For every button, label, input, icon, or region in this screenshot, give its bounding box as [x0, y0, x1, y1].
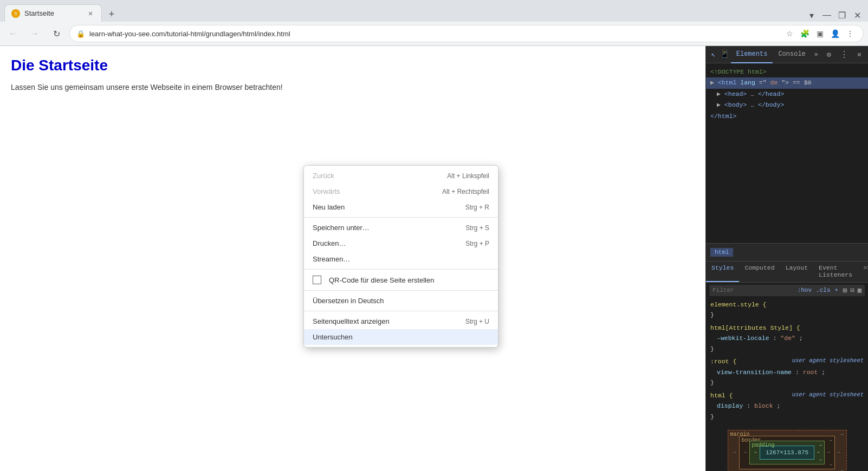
- context-menu-item-vorwarts[interactable]: Vorwärts Alt + Rechtspfeil: [304, 184, 498, 199]
- context-menu-item-qr-code[interactable]: QR-Code für diese Seite erstellen: [304, 272, 498, 288]
- border-dash-right: –: [827, 449, 830, 455]
- dom-line-html-close: </html>: [706, 111, 868, 122]
- bookmark-icon[interactable]: ☆: [783, 27, 796, 40]
- context-item-shortcut-seitenquelltext: Strg + U: [465, 318, 489, 325]
- border-dash-top: –: [829, 437, 832, 443]
- tab-bar: S Startseite × + ▾ — ❐ ✕: [0, 0, 868, 22]
- new-tab-button[interactable]: +: [104, 6, 119, 22]
- styles-icon-2[interactable]: ⊟: [851, 286, 854, 295]
- profile-icon[interactable]: 👤: [828, 27, 841, 40]
- border-dash-bottom: –: [829, 462, 832, 468]
- devtools-device-icon[interactable]: 📱: [720, 48, 730, 61]
- dom-arrow-body[interactable]: ▶: [717, 101, 721, 108]
- devtools-panel: ↖ 📱 Elements Console » ⚙ ⋮ ✕ <!DOCTYPE h…: [705, 46, 868, 471]
- context-menu-item-speichern[interactable]: Speichern unter… Strg + S: [304, 220, 498, 236]
- page-body-text: Lassen Sie uns gemeinsam unsere erste We…: [11, 83, 695, 91]
- tab-favicon: S: [11, 9, 20, 18]
- devtools-right-controls: ⚙ ⋮ ✕: [822, 48, 866, 61]
- dom-arrow-html[interactable]: ▶: [710, 79, 714, 86]
- devtools-more-tabs[interactable]: »: [811, 51, 821, 58]
- styles-filter-input[interactable]: [712, 287, 795, 293]
- context-item-label-uebersetzen: Übersetzen in Deutsch: [313, 297, 384, 305]
- back-button[interactable]: ←: [4, 25, 22, 42]
- devtools-menu-icon[interactable]: ⋮: [838, 48, 851, 61]
- tab-list-button[interactable]: ▾: [805, 9, 818, 22]
- margin-dash-right: –: [837, 449, 840, 455]
- tab-title: Startseite: [24, 9, 82, 17]
- devtools-tab-console[interactable]: Console: [773, 46, 811, 63]
- lock-icon: 🔒: [76, 30, 85, 38]
- html-badge[interactable]: html: [710, 248, 733, 257]
- devtools-toolbar: ↖ 📱 Elements Console » ⚙ ⋮ ✕: [706, 46, 868, 63]
- styles-tab-bar: Styles Computed Layout Event Listeners >…: [706, 261, 868, 283]
- browser-tab-active[interactable]: S Startseite ×: [4, 4, 102, 22]
- extensions-icon[interactable]: 🧩: [798, 27, 811, 40]
- tab-close-button[interactable]: ×: [86, 9, 95, 18]
- context-menu-item-uebersetzen[interactable]: Übersetzen in Deutsch: [304, 293, 498, 309]
- dom-line-body[interactable]: ▶ <body> … </body>: [706, 100, 868, 110]
- box-model-border: border – – padding – –: [739, 436, 835, 469]
- devtools-tab-elements[interactable]: Elements: [731, 46, 773, 63]
- context-menu: Zurück Alt + Linkspfeil Vorwärts Alt + R…: [303, 165, 498, 348]
- context-menu-separator-2: [304, 269, 498, 270]
- context-item-label-seitenquelltext: Seitenquelltext anzeigen: [313, 317, 390, 325]
- browser-menu-icon[interactable]: ⋮: [844, 27, 857, 40]
- split-icon[interactable]: ▣: [813, 27, 826, 40]
- context-item-label-untersuchen: Untersuchen: [313, 333, 353, 341]
- styles-icon-3[interactable]: ▦: [858, 286, 861, 295]
- maximize-button[interactable]: ❐: [835, 9, 848, 22]
- devtools-cursor-icon[interactable]: ↖: [708, 48, 718, 61]
- dom-arrow-head[interactable]: ▶: [717, 90, 721, 97]
- context-menu-item-neu-laden[interactable]: Neu laden Strg + R: [304, 199, 498, 215]
- styles-rule-root: :root { user agent stylesheet view-trans…: [706, 355, 868, 389]
- context-item-shortcut-zuruck: Alt + Linkspfeil: [447, 172, 489, 180]
- dom-line-doctype: <!DOCTYPE html>: [706, 67, 868, 77]
- margin-dash-left: –: [734, 449, 737, 455]
- devtools-settings-icon[interactable]: ⚙: [822, 48, 835, 61]
- context-item-label-qr-code: QR-Code für diese Seite erstellen: [329, 276, 434, 284]
- context-item-shortcut-vorwarts: Alt + Rechtspfeil: [442, 188, 489, 195]
- dom-line-html[interactable]: ▶ <html lang =" de "> == $0: [706, 77, 868, 88]
- context-menu-item-zuruck[interactable]: Zurück Alt + Linkspfeil: [304, 168, 498, 184]
- box-model-padding: padding – – 1267×113.875 –: [749, 441, 825, 465]
- context-menu-separator-3: [304, 290, 498, 291]
- styles-tab-layout[interactable]: Layout: [780, 261, 813, 282]
- devtools-tabs: Elements Console »: [731, 46, 821, 63]
- styles-tab-event-listeners[interactable]: Event Listeners: [813, 261, 858, 282]
- context-item-label-vorwarts: Vorwärts: [313, 187, 340, 195]
- page-title: Die Startseite: [11, 57, 695, 74]
- tab-end-controls: ▾ — ❐ ✕: [805, 9, 868, 22]
- box-model-content-size: 1267×113.875: [766, 449, 808, 456]
- margin-dash-top: –: [840, 431, 844, 437]
- context-item-label-zuruck: Zurück: [313, 172, 334, 180]
- reload-button[interactable]: ↻: [48, 25, 65, 42]
- minimize-button[interactable]: —: [820, 9, 833, 22]
- context-item-shortcut-neu-laden: Strg + R: [465, 204, 489, 211]
- context-menu-item-drucken[interactable]: Drucken… Strg + P: [304, 236, 498, 251]
- qr-code-icon: [313, 276, 321, 284]
- styles-tab-computed[interactable]: Computed: [739, 261, 780, 282]
- context-item-label-neu-laden: Neu laden: [313, 203, 345, 211]
- dom-breadcrumb-bar: html: [706, 243, 868, 261]
- context-item-shortcut-speichern: Strg + S: [465, 224, 489, 232]
- styles-icon-1[interactable]: ⊞: [843, 286, 847, 295]
- dom-line-head[interactable]: ▶ <head> … </head>: [706, 89, 868, 100]
- address-url: learn-what-you-see.com/tutorial-html/gru…: [89, 30, 779, 38]
- devtools-dom-tree: <!DOCTYPE html> ▶ <html lang =" de "> ==…: [706, 63, 868, 243]
- context-menu-item-seitenquelltext[interactable]: Seitenquelltext anzeigen Strg + U: [304, 313, 498, 329]
- close-window-button[interactable]: ✕: [851, 9, 864, 22]
- context-item-shortcut-drucken: Strg + P: [465, 240, 489, 247]
- styles-tab-styles[interactable]: Styles: [706, 261, 739, 282]
- context-menu-item-streamen[interactable]: Streamen…: [304, 251, 498, 267]
- filter-cls-button[interactable]: .cls: [816, 287, 830, 293]
- border-dash-left: –: [744, 449, 747, 455]
- filter-plus-button[interactable]: +: [834, 287, 838, 293]
- context-menu-item-untersuchen[interactable]: Untersuchen: [304, 329, 498, 345]
- address-bar-input-wrap[interactable]: 🔒 learn-what-you-see.com/tutorial-html/g…: [69, 25, 864, 42]
- forward-button[interactable]: →: [26, 25, 43, 42]
- styles-rules-panel: element.style { } html[Attributes Style]…: [706, 298, 868, 472]
- styles-tab-more[interactable]: >>: [858, 261, 868, 282]
- styles-rule-element: element.style { }: [706, 298, 868, 322]
- filter-hov-button[interactable]: :hov: [798, 287, 812, 293]
- devtools-close-button[interactable]: ✕: [853, 48, 866, 61]
